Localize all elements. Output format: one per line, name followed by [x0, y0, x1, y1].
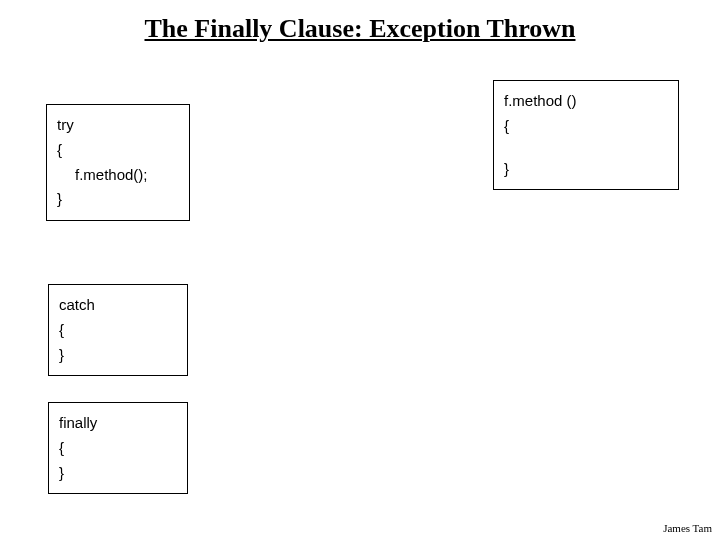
page-title: The Finally Clause: Exception Thrown — [0, 14, 720, 44]
open-brace: { — [504, 114, 668, 139]
finally-keyword: finally — [59, 411, 177, 436]
try-keyword: try — [57, 113, 179, 138]
footer-author: James Tam — [663, 522, 712, 534]
close-brace: } — [504, 157, 668, 182]
open-brace: { — [59, 318, 177, 343]
method-body-box: f.method () { } — [493, 80, 679, 190]
close-brace: } — [59, 461, 177, 486]
finally-block-box: finally { } — [48, 402, 188, 494]
method-signature: f.method () — [504, 89, 668, 114]
catch-keyword: catch — [59, 293, 177, 318]
try-statement: f.method(); — [57, 163, 179, 188]
close-brace: } — [57, 187, 179, 212]
open-brace: { — [59, 436, 177, 461]
close-brace: } — [59, 343, 177, 368]
open-brace: { — [57, 138, 179, 163]
method-body-blank — [504, 139, 668, 157]
catch-block-box: catch { } — [48, 284, 188, 376]
try-block-box: try { f.method(); } — [46, 104, 190, 221]
